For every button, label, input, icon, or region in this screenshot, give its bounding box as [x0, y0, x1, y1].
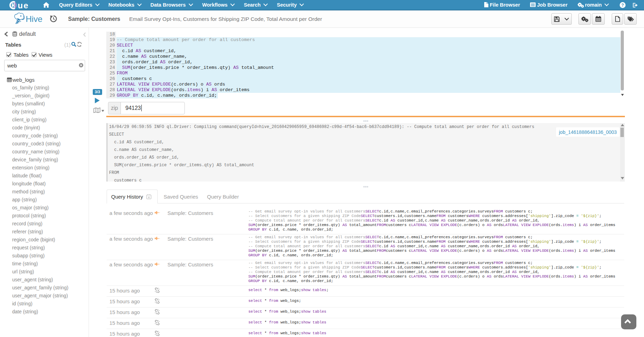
svg-text:?: ? [621, 3, 624, 8]
svg-text:ue: ue [18, 1, 29, 10]
